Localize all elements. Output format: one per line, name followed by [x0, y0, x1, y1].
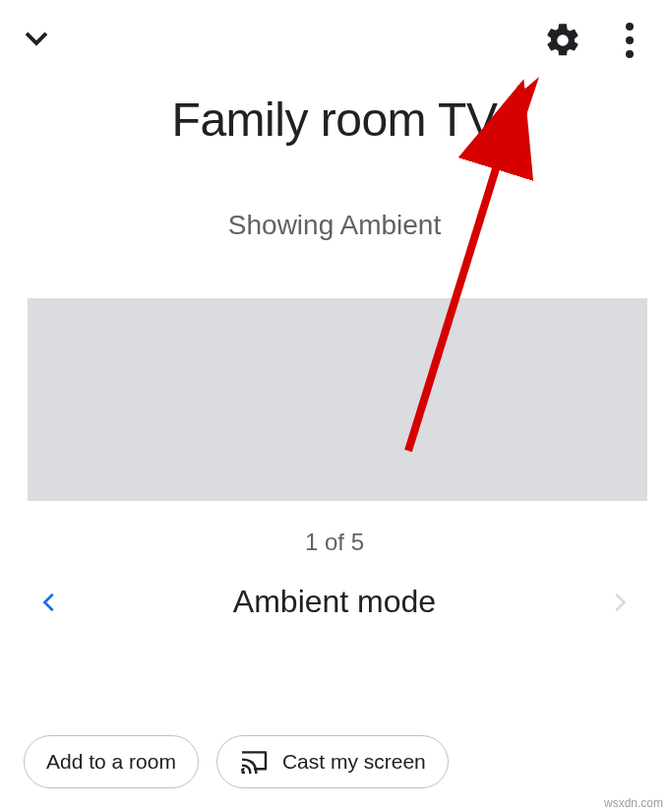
gear-icon: [543, 21, 582, 60]
carousel-prev-button[interactable]: [35, 589, 63, 616]
more-vertical-icon: [626, 23, 634, 31]
header-right: [543, 21, 649, 60]
watermark: wsxdn.com: [604, 796, 663, 810]
header: [0, 0, 669, 69]
add-to-room-button[interactable]: Add to a room: [24, 735, 199, 788]
card-title: Ambient mode: [63, 584, 606, 620]
status-text: Showing Ambient: [0, 210, 669, 241]
carousel-next-button[interactable]: [606, 589, 634, 616]
collapse-button[interactable]: [20, 24, 53, 57]
cast-my-screen-button[interactable]: Cast my screen: [216, 735, 449, 788]
header-left: [20, 24, 53, 57]
add-to-room-label: Add to a room: [46, 750, 176, 774]
cast-my-screen-label: Cast my screen: [282, 750, 426, 774]
chevron-down-icon: [20, 24, 53, 57]
cast-icon: [239, 750, 269, 774]
device-title: Family room TV: [0, 93, 669, 147]
card-row: Ambient mode: [0, 584, 669, 620]
chevron-left-icon: [38, 592, 60, 613]
action-button-row: Add to a room Cast my screen: [24, 735, 449, 788]
settings-button[interactable]: [543, 21, 582, 60]
ambient-preview: [28, 298, 647, 501]
more-options-button[interactable]: [618, 21, 641, 60]
chevron-right-icon: [609, 592, 631, 613]
page-indicator: 1 of 5: [0, 529, 669, 556]
